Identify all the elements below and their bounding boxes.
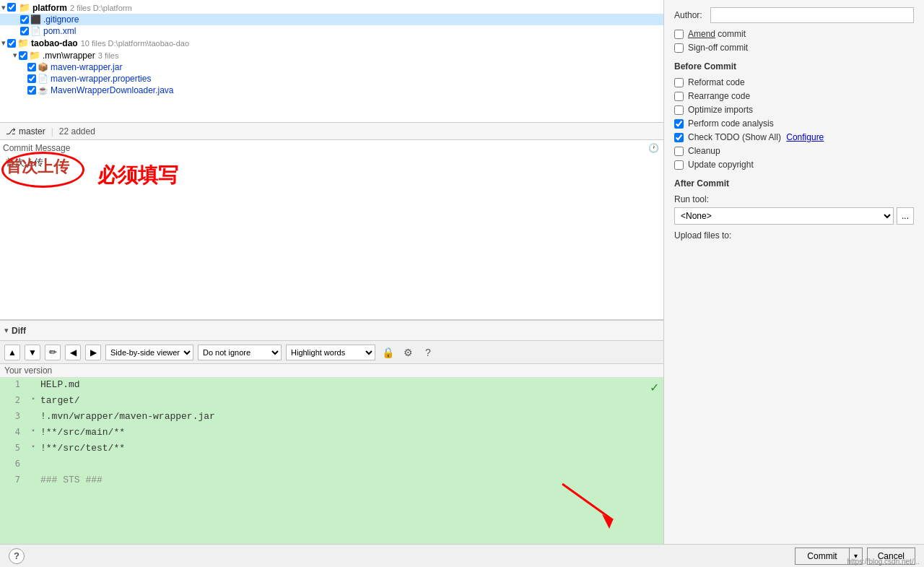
diff-line-text-7: ### STS ### <box>40 474 103 485</box>
update-copyright-row[interactable]: Update copyright <box>674 160 914 170</box>
mvn-wrapper-checkbox[interactable] <box>19 51 27 60</box>
status-added: 22 added <box>59 126 95 137</box>
diff-line-num-2: 2 <box>0 394 26 405</box>
diff-settings-btn[interactable]: ⚙ <box>400 345 416 360</box>
maven-props-checkbox[interactable] <box>27 74 36 83</box>
amend-checkbox[interactable] <box>674 30 684 39</box>
cleanup-label: Cleanup <box>688 146 720 156</box>
diff-line-num-4: 4 <box>0 426 26 437</box>
todo-checkbox[interactable] <box>674 133 684 142</box>
tree-item-platform-meta: 2 files D:\platform <box>70 4 132 12</box>
gitignore-icon: ⬛ <box>30 14 41 25</box>
maven-jar-icon: 📦 <box>38 62 48 72</box>
amend-commit-row[interactable]: Amend commit <box>674 29 914 39</box>
tree-item-gitignore[interactable]: ⬛ .gitignore <box>0 14 663 25</box>
help-button[interactable]: ? <box>9 548 25 564</box>
diff-checkmark: ✓ <box>650 381 659 394</box>
commit-message-label: Commit Message <box>3 143 70 153</box>
divider: | <box>51 126 53 137</box>
taobao-dao-checkbox[interactable] <box>7 39 16 48</box>
diff-help-btn[interactable]: ? <box>420 345 436 360</box>
tree-item-maven-wrapper-props[interactable]: 📄 maven-wrapper.properties <box>0 73 663 85</box>
copyright-checkbox[interactable] <box>674 160 684 170</box>
diff-line-text-1: HELP.md <box>40 378 80 390</box>
maven-jar-checkbox[interactable] <box>27 63 36 72</box>
author-row: Author: <box>674 7 914 23</box>
commit-message-area: Commit Message 🕐 首次上传 必须填写 <box>0 140 663 320</box>
tree-item-maven-downloader-name: MavenWrapperDownloader.java <box>51 85 174 95</box>
diff-forward-btn[interactable]: ▶ <box>85 345 101 360</box>
diff-line-num-1: 1 <box>0 378 26 389</box>
diff-line-icon-5: ▪ <box>26 442 40 450</box>
diff-line-num-3: 3 <box>0 410 26 421</box>
diff-down-btn[interactable]: ▼ <box>25 345 40 360</box>
tree-item-pomxml-name: pom.xml <box>43 26 76 36</box>
diff-line-5: 5 ▪ !**/src/test/** <box>0 441 663 457</box>
optimize-imports-row[interactable]: Optimize imports <box>674 105 914 115</box>
tree-item-maven-props-name: maven-wrapper.properties <box>51 74 151 84</box>
optimize-label: Optimize imports <box>688 105 753 115</box>
tree-item-pomxml[interactable]: 📄 pom.xml <box>0 25 663 37</box>
tree-item-platform[interactable]: ▾ 📁 platform 2 files D:\platform <box>0 1 663 14</box>
signoff-checkbox[interactable] <box>674 43 684 53</box>
commit-button[interactable]: Commit <box>796 548 848 564</box>
run-tool-label: Run tool: <box>674 194 914 204</box>
tree-item-taobao-dao[interactable]: ▾ 📁 taobao-dao 10 files D:\platform\taob… <box>0 37 663 49</box>
analysis-checkbox[interactable] <box>674 119 684 129</box>
reformat-code-row[interactable]: Reformat code <box>674 77 914 87</box>
configure-link[interactable]: Configure <box>786 132 824 142</box>
diff-line-text-3: !.mvn/wrapper/maven-wrapper.jar <box>40 410 215 422</box>
tree-item-maven-downloader[interactable]: ☕ MavenWrapperDownloader.java <box>0 85 663 96</box>
tree-item-mvn-wrapper[interactable]: ▾ 📁 .mvn\wrapper 3 files <box>0 49 663 61</box>
run-tool-select[interactable]: <None> <box>674 207 894 225</box>
run-tool-row: <None> ... <box>674 207 914 225</box>
bottom-bar: ? Commit ▾ Cancel https://blog.csdn.net/… <box>0 544 924 567</box>
branch-icon: ⎇ <box>6 126 16 137</box>
rearrange-checkbox[interactable] <box>674 92 684 101</box>
diff-line-text-5: !**/src/test/** <box>40 442 125 454</box>
reformat-checkbox[interactable] <box>674 78 684 87</box>
author-input[interactable] <box>710 7 914 23</box>
diff-viewer-select[interactable]: Side-by-side viewer Unified viewer <box>105 345 193 360</box>
diff-line-3: 3 !.mvn/wrapper/maven-wrapper.jar <box>0 410 663 425</box>
diff-line-text-4: !**/src/main/** <box>40 426 125 438</box>
diff-back-btn[interactable]: ◀ <box>65 345 81 360</box>
diff-lock-btn[interactable]: 🔒 <box>380 345 396 360</box>
right-content: Author: Amend commit Sign-off commit Bef… <box>664 0 924 248</box>
maven-downloader-checkbox[interactable] <box>27 86 36 95</box>
diff-line-num-5: 5 <box>0 442 26 453</box>
diff-edit-btn[interactable]: ✏ <box>45 345 61 360</box>
run-tool-more-btn[interactable]: ... <box>897 207 914 225</box>
pomxml-checkbox[interactable] <box>20 27 29 35</box>
diff-line-num-7: 7 <box>0 474 26 485</box>
your-version-label: Your version <box>0 364 663 378</box>
mvn-wrapper-folder-icon: 📁 <box>29 50 40 61</box>
copyright-label: Update copyright <box>688 160 754 170</box>
perform-analysis-row[interactable]: Perform code analysis <box>674 118 914 129</box>
check-todo-row[interactable]: Check TODO (Show All) Configure <box>674 132 914 142</box>
amend-label: Amend commit <box>688 29 746 39</box>
diff-line-num-6: 6 <box>0 458 26 469</box>
diff-line-2: 2 ▪ target/ <box>0 394 663 410</box>
tree-item-platform-name: platform <box>32 3 67 13</box>
optimize-checkbox[interactable] <box>674 105 684 115</box>
signoff-commit-row[interactable]: Sign-off commit <box>674 43 914 53</box>
diff-up-btn[interactable]: ▲ <box>4 345 20 360</box>
rearrange-code-row[interactable]: Rearrange code <box>674 91 914 101</box>
cleanup-checkbox[interactable] <box>674 147 684 156</box>
author-label: Author: <box>674 10 710 20</box>
commit-message-input[interactable] <box>0 140 663 319</box>
diff-ignore-select[interactable]: Do not ignore Ignore whitespace <box>198 345 282 360</box>
diff-collapse-icon[interactable]: ▾ <box>4 326 9 335</box>
cleanup-row[interactable]: Cleanup <box>674 146 914 156</box>
platform-checkbox[interactable] <box>7 3 16 12</box>
tree-item-maven-wrapper-jar[interactable]: 📦 maven-wrapper.jar <box>0 61 663 73</box>
commit-timestamp-icon: 🕐 <box>648 143 659 153</box>
gitignore-checkbox[interactable] <box>20 15 29 24</box>
maven-downloader-icon: ☕ <box>38 85 48 95</box>
diff-line-7: 7 ### STS ### <box>0 473 663 489</box>
svg-marker-1 <box>602 514 613 529</box>
upload-label: Upload files to: <box>674 230 914 241</box>
diff-content: ✓ 1 HELP.md 2 ▪ target/ 3 ! <box>0 378 663 544</box>
diff-highlight-select[interactable]: Highlight words Highlight characters No … <box>286 345 375 360</box>
